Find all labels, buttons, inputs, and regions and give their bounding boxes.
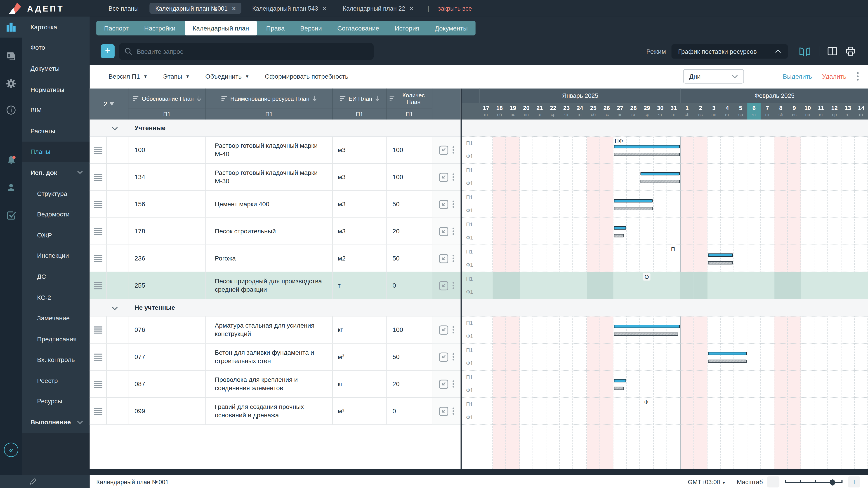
sort-down-icon[interactable] <box>196 95 202 101</box>
plan-bar[interactable] <box>614 199 653 203</box>
open-resource-icon[interactable] <box>439 145 448 155</box>
row-menu-icon[interactable] <box>452 173 454 181</box>
pencil-icon[interactable] <box>29 477 37 486</box>
sidebar-item-Инспекции[interactable]: Инспекции <box>22 246 90 266</box>
sidebar-item-Ресурсы[interactable]: Ресурсы <box>22 391 90 412</box>
column-header-resource[interactable]: Наименование ресурса План П1 <box>206 89 333 120</box>
table-row[interactable]: 255Песок природный для производства сред… <box>90 272 461 299</box>
close-tab-icon[interactable]: × <box>322 5 326 11</box>
form-demand-button[interactable]: Сформировать потребность <box>265 73 348 79</box>
fact-bar[interactable] <box>708 261 733 265</box>
table-row[interactable]: 077Бетон для заливки фундамента и строит… <box>90 344 461 371</box>
tab-all-plans[interactable]: Все планы <box>103 3 144 14</box>
fact-bar[interactable] <box>614 332 678 336</box>
table-row[interactable]: 134Раствор готовый кладочный марки М-30м… <box>90 164 461 191</box>
drag-handle[interactable] <box>90 245 107 272</box>
open-resource-icon[interactable] <box>439 199 448 209</box>
user-icon[interactable] <box>6 183 16 195</box>
select-button[interactable]: Выделить <box>783 73 812 79</box>
fact-bar[interactable] <box>614 234 624 237</box>
open-resource-icon[interactable] <box>439 281 448 290</box>
filter-icon[interactable] <box>389 95 395 101</box>
buildings-icon[interactable] <box>6 22 16 34</box>
row-menu-icon[interactable] <box>452 255 454 262</box>
period-select[interactable]: Дни <box>683 69 744 84</box>
drag-handle[interactable] <box>90 137 107 163</box>
fact-bar[interactable] <box>614 153 680 156</box>
zoom-slider[interactable] <box>784 477 844 486</box>
fact-bar[interactable] <box>641 180 680 183</box>
row-count-header[interactable]: 2 <box>90 89 128 120</box>
drag-handle[interactable] <box>90 398 107 424</box>
group-row[interactable]: Не учтенные <box>90 299 461 317</box>
sidebar-item-Ведомости[interactable]: Ведомости <box>22 204 90 225</box>
sidebar-item-Выполнение[interactable]: Выполнение <box>22 412 90 433</box>
filter-icon[interactable] <box>221 95 227 101</box>
info-icon[interactable] <box>6 105 16 117</box>
open-resource-icon[interactable] <box>439 172 448 182</box>
row-menu-icon[interactable] <box>452 380 454 388</box>
sort-down-icon[interactable] <box>375 95 380 101</box>
table-row[interactable]: 076Арматура стальная для усиления констр… <box>90 317 461 344</box>
sidebar-item-ДС[interactable]: ДС <box>22 266 90 287</box>
close-tab-icon[interactable]: × <box>410 5 413 11</box>
plan-bar[interactable] <box>614 379 626 383</box>
drag-handle[interactable] <box>90 371 107 397</box>
id-card-icon[interactable] <box>6 51 16 63</box>
gear-icon[interactable] <box>6 78 16 91</box>
sidebar-item-Структура[interactable]: Структура <box>22 183 90 204</box>
plan-bar[interactable] <box>641 172 680 175</box>
close-tab-icon[interactable]: × <box>232 5 236 11</box>
row-menu-icon[interactable] <box>452 326 454 333</box>
tab-Календарный план[interactable]: Календарный план <box>185 21 257 35</box>
table-row[interactable]: 100Раствор готовый кладочный марки М-40м… <box>90 137 461 164</box>
table-row[interactable]: 236Рогожам250 <box>90 245 461 272</box>
row-menu-icon[interactable] <box>452 353 454 361</box>
plan-bar[interactable] <box>614 226 626 230</box>
zoom-out-button[interactable]: − <box>767 476 779 487</box>
split-columns-icon[interactable] <box>827 46 838 56</box>
group-row[interactable]: Учтенные <box>90 120 461 137</box>
filter-icon[interactable] <box>132 95 139 101</box>
tab-Версии[interactable]: Версии <box>292 21 330 35</box>
drag-handle[interactable] <box>90 164 107 191</box>
filter-icon[interactable] <box>339 95 346 101</box>
open-resource-icon[interactable] <box>439 254 448 263</box>
sidebar-item-BIM[interactable]: BIM <box>22 100 90 121</box>
tab-plan[interactable]: Календарный план 543× <box>247 3 332 14</box>
sidebar-item-Исп. док[interactable]: Исп. док <box>22 162 90 183</box>
open-resource-icon[interactable] <box>439 352 448 362</box>
open-resource-icon[interactable] <box>439 227 448 236</box>
fact-bar[interactable] <box>614 387 624 390</box>
tab-plan[interactable]: Календарный план №001× <box>150 3 241 14</box>
bell-icon[interactable] <box>6 155 17 168</box>
sidebar-item-Фото[interactable]: Фото <box>22 37 90 58</box>
row-menu-icon[interactable] <box>452 228 454 235</box>
table-row[interactable]: 156Цемент марки 400м350 <box>90 191 461 218</box>
row-menu-icon[interactable] <box>452 407 454 415</box>
zoom-in-button[interactable]: + <box>848 476 860 487</box>
column-header-justification[interactable]: Обоснование План П1 <box>128 89 206 120</box>
tab-Документы[interactable]: Документы <box>427 21 475 35</box>
tab-plan[interactable]: Календарный план 22× <box>337 3 419 14</box>
stages-dropdown[interactable]: Этапы▼ <box>163 73 190 79</box>
plan-bar[interactable] <box>614 325 680 328</box>
fact-bar[interactable] <box>614 207 653 210</box>
sidebar-item-Предписания[interactable]: Предписания <box>22 328 90 349</box>
close-all-button[interactable]: закрыть все <box>438 5 472 11</box>
sidebar-collapse-button[interactable]: « <box>4 443 18 457</box>
sidebar-item-Планы[interactable]: Планы <box>22 141 90 162</box>
row-menu-icon[interactable] <box>452 282 454 289</box>
delete-button[interactable]: Удалить <box>822 73 846 79</box>
slider-thumb[interactable] <box>830 479 835 485</box>
sidebar-item-ОЖР[interactable]: ОЖР <box>22 225 90 246</box>
mode-dropdown[interactable]: График поставки ресурсов <box>672 44 788 59</box>
sidebar-item-Замечание[interactable]: Замечание <box>22 308 90 328</box>
tab-Права[interactable]: Права <box>258 21 292 35</box>
sidebar-item-Нормативы[interactable]: Нормативы <box>22 79 90 100</box>
tab-Настройки[interactable]: Настройки <box>136 21 183 35</box>
column-header-quantity[interactable]: Количес План П1 <box>387 89 432 120</box>
drag-handle[interactable] <box>90 317 107 343</box>
table-row[interactable]: 087Проволока для крепления и соединения … <box>90 371 461 398</box>
plan-bar[interactable] <box>708 254 733 257</box>
